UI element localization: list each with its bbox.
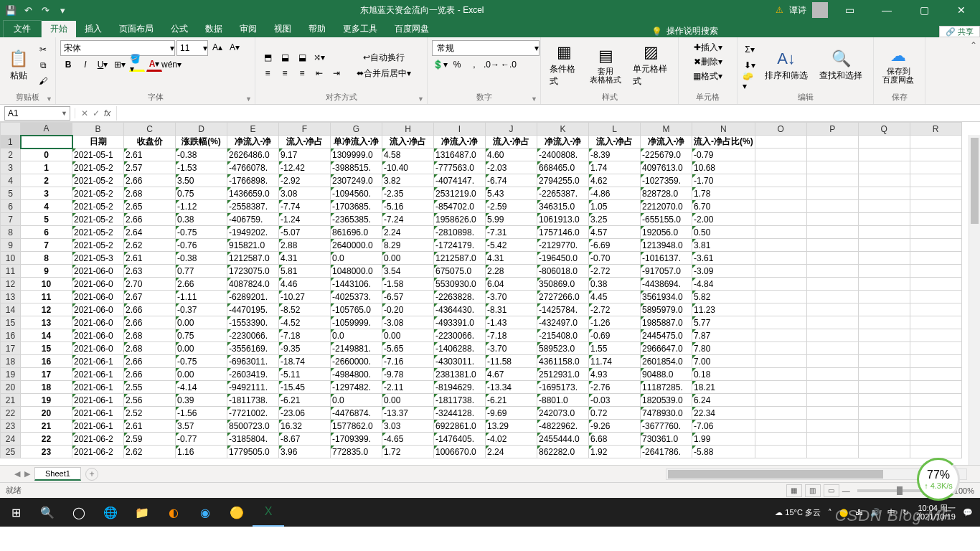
cell[interactable]: 2.66 <box>176 278 227 291</box>
cell[interactable]: 7.87 <box>692 329 755 342</box>
cell[interactable]: 2021-06-0 <box>72 291 124 303</box>
cell[interactable] <box>858 278 910 291</box>
cell[interactable]: -1297482. <box>331 381 382 394</box>
tab-file[interactable]: 文件 <box>3 20 42 37</box>
cell[interactable]: 2.56 <box>124 394 176 407</box>
cell[interactable]: 单净流入-净 <box>331 136 382 149</box>
tray-sync-icon[interactable]: ↻ <box>903 508 909 517</box>
cell[interactable]: -1.43 <box>486 316 537 329</box>
cell[interactable] <box>910 433 961 446</box>
cell[interactable] <box>910 368 961 381</box>
fx-icon[interactable]: fx <box>104 108 110 118</box>
cell[interactable]: 2.66 <box>124 355 176 368</box>
cell[interactable]: 流入-净占比(%) <box>692 136 755 149</box>
cell[interactable]: -7.31 <box>486 226 537 239</box>
cell[interactable] <box>755 303 806 316</box>
cell[interactable] <box>858 213 910 226</box>
align-center-button[interactable]: ≡ <box>277 66 293 80</box>
cell[interactable] <box>755 316 806 329</box>
cell[interactable]: 2.28 <box>486 265 537 278</box>
cell[interactable]: 0.72 <box>589 407 641 420</box>
cell[interactable]: -1.56 <box>176 407 227 420</box>
cell[interactable]: 8500723.0 <box>227 420 279 433</box>
minimize-button[interactable]: — <box>871 0 903 20</box>
tray-volume-icon[interactable]: 🔊 <box>870 508 880 517</box>
cell[interactable]: 4.62 <box>589 174 641 187</box>
cell[interactable]: 2021-06-1 <box>72 355 124 368</box>
tab-页面布局[interactable]: 页面布局 <box>110 21 162 37</box>
start-button[interactable]: ⊞ <box>0 498 32 527</box>
cell[interactable]: 2021-05-3 <box>72 252 124 265</box>
cell[interactable]: -0.79 <box>692 149 755 161</box>
currency-button[interactable]: 💲▾ <box>432 57 448 72</box>
cell[interactable]: 1309999.0 <box>331 149 382 161</box>
cell[interactable]: 862282.0 <box>537 446 589 458</box>
cell[interactable]: -3.61 <box>692 252 755 265</box>
row-header[interactable]: 11 <box>1 265 21 278</box>
cell[interactable] <box>806 252 858 265</box>
column-header[interactable]: P <box>806 123 858 136</box>
column-header[interactable]: H <box>382 123 434 136</box>
cell[interactable]: -23.06 <box>279 407 331 420</box>
tray-security-icon[interactable]: ⬤ <box>839 508 848 517</box>
cell[interactable]: 12 <box>21 303 72 316</box>
cell[interactable] <box>755 239 806 252</box>
cell[interactable]: 2.61 <box>124 420 176 433</box>
avatar[interactable] <box>812 2 828 18</box>
cell[interactable] <box>806 265 858 278</box>
cell[interactable]: 1061913.0 <box>537 213 589 226</box>
cell[interactable]: 2455444.0 <box>537 433 589 446</box>
cell[interactable]: 3.08 <box>279 187 331 200</box>
cell-styles-button[interactable]: ▨单元格样式 <box>628 42 674 89</box>
cell[interactable]: -3556169. <box>227 342 279 355</box>
edge-icon[interactable]: 🌐 <box>95 498 126 527</box>
cell[interactable]: 4.58 <box>382 149 434 161</box>
cell[interactable] <box>858 303 910 316</box>
tab-帮助[interactable]: 帮助 <box>300 21 334 37</box>
cell[interactable]: 0.0 <box>331 394 382 407</box>
cell[interactable]: -2.59 <box>486 200 537 213</box>
undo-icon[interactable]: ↶ <box>22 4 34 17</box>
cell[interactable]: 915821.0 <box>227 239 279 252</box>
save-baidu-button[interactable]: ☁保存到 百度网盘 <box>878 45 918 85</box>
cell[interactable] <box>806 433 858 446</box>
cell[interactable]: 5530930.0 <box>434 278 486 291</box>
cell[interactable]: 1436659.0 <box>227 187 279 200</box>
cell[interactable]: 1.05 <box>589 200 641 213</box>
cell[interactable] <box>910 342 961 355</box>
cell[interactable]: 3.54 <box>382 265 434 278</box>
cell[interactable]: 21 <box>21 420 72 433</box>
cell[interactable]: 2021-06-1 <box>72 394 124 407</box>
cell[interactable]: 0.39 <box>176 394 227 407</box>
excel-taskbar-icon[interactable]: X <box>253 498 284 527</box>
column-header[interactable]: L <box>589 123 641 136</box>
cell[interactable]: -1.70 <box>692 174 755 187</box>
row-header[interactable]: 17 <box>1 342 21 355</box>
cell[interactable]: 5.81 <box>279 265 331 278</box>
cell[interactable]: -2660000. <box>331 355 382 368</box>
cell[interactable]: 2.57 <box>124 161 176 174</box>
cell[interactable]: -3.08 <box>382 316 434 329</box>
find-select-button[interactable]: 🔍查找和选择 <box>815 48 867 83</box>
cell[interactable]: -10.40 <box>382 161 434 174</box>
cell[interactable]: 2.24 <box>486 446 537 458</box>
wrap-text-button[interactable]: ↩ 自动换行 <box>352 50 416 65</box>
cell[interactable]: 2021-06-0 <box>72 278 124 291</box>
ribbon-mode-icon[interactable]: ▭ <box>834 0 865 20</box>
cell[interactable] <box>806 291 858 303</box>
cell[interactable]: -2129770. <box>537 239 589 252</box>
cell[interactable]: -432497.0 <box>537 316 589 329</box>
column-header[interactable]: F <box>279 123 331 136</box>
row-header[interactable]: 9 <box>1 239 21 252</box>
view-normal-button[interactable]: ▦ <box>786 484 802 497</box>
formula-input[interactable] <box>116 106 980 121</box>
borders-button[interactable]: ⊞▾ <box>112 57 128 72</box>
cell[interactable]: 0 <box>21 149 72 161</box>
cell[interactable]: -0.38 <box>176 149 227 161</box>
cell[interactable]: 4097613.0 <box>641 161 692 174</box>
cell[interactable] <box>755 342 806 355</box>
cell[interactable]: -18.74 <box>279 355 331 368</box>
column-header[interactable]: C <box>124 123 176 136</box>
cell[interactable]: -196450.0 <box>537 252 589 265</box>
row-header[interactable]: 14 <box>1 303 21 316</box>
